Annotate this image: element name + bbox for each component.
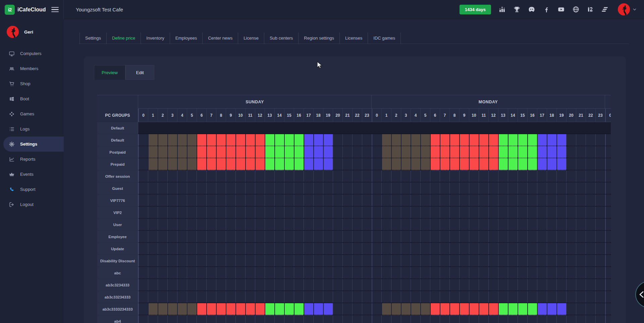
sidebar-item-reports[interactable]: Reports [0,152,64,167]
price-cell [586,207,595,219]
ranking-icon[interactable] [498,6,506,13]
topbar-icons [498,6,609,13]
price-cell [479,231,488,243]
price-cell [342,291,352,303]
price-cell [235,207,245,219]
price-cell [226,267,235,279]
price-cell [138,170,148,182]
tab-idc-games[interactable]: IDC games [368,33,401,44]
price-cell [352,134,362,146]
price-cell [274,134,284,146]
price-cell [372,231,381,243]
price-cell [430,207,440,219]
price-cell [372,243,381,255]
tab-center-news[interactable]: Center news [203,33,238,44]
tab-employees[interactable]: Employees [170,33,203,44]
separator-row-strip [138,122,611,134]
youtube-icon[interactable] [557,6,565,13]
hamburger-menu-icon[interactable] [51,7,59,12]
price-cell [566,255,576,267]
sidebar-item-events[interactable]: Events [0,167,64,182]
price-cell [304,219,313,231]
price-cell [430,219,440,231]
sidebar-item-boot[interactable]: Boot [0,91,64,106]
price-cell [449,291,459,303]
sidebar-item-settings[interactable]: Settings [3,137,64,152]
price-cell [420,267,430,279]
price-cell [430,267,440,279]
price-cell [177,182,187,195]
globe-icon[interactable] [572,6,580,13]
sidebar-item-label: Members [20,66,38,71]
discord-icon[interactable] [528,6,535,13]
price-cell [216,219,226,231]
facebook-icon[interactable] [543,6,550,13]
price-cell [138,219,148,231]
tab-license[interactable]: License [238,33,264,44]
hour-header: 1 [148,109,158,122]
price-cell [138,146,148,158]
sidebar-item-computers[interactable]: Computers [0,46,64,61]
user-menu[interactable] [618,3,637,15]
sidebar-item-games[interactable]: Games [0,106,64,121]
price-cell [294,231,304,243]
sidebar-item-logs[interactable]: Logs [0,121,64,137]
icafecloud-icon[interactable] [587,6,594,13]
tab-inventory[interactable]: Inventory [141,33,170,44]
price-cell [265,170,274,182]
tab-sub-centers[interactable]: Sub centers [264,33,299,44]
price-cell [148,182,158,195]
price-cell [372,303,381,315]
tab-region-settings[interactable]: Region settings [299,33,340,44]
price-cell [304,170,313,182]
hour-header: 19 [556,109,566,122]
trophy-icon[interactable] [513,6,521,13]
license-days-badge[interactable]: 1434 days [460,5,491,14]
price-cell [576,279,586,291]
price-cell [381,255,391,267]
price-cell [284,255,294,267]
price-cell [440,303,449,315]
price-cell [479,170,488,182]
price-cell [576,291,586,303]
price-cell [362,279,372,291]
group-row-label: ab3c3234333 [97,279,138,291]
topbar-avatar[interactable] [618,3,630,15]
price-cell [313,243,323,255]
logs-icon [9,126,15,132]
price-cell [595,219,605,231]
price-cell [284,303,294,315]
price-cell [323,146,333,158]
sidebar-item-logout[interactable]: Logout [0,197,64,212]
sidebar-item-support[interactable]: Support [0,182,64,197]
price-cell [459,158,469,170]
price-cell [547,303,556,315]
price-cell [498,243,508,255]
price-cell [595,146,605,158]
sidebar-item-shop[interactable]: Shop [0,76,64,91]
price-cell [576,267,586,279]
sidebar-item-members[interactable]: Members [0,61,64,76]
tab-define-price[interactable]: Define price [107,33,141,44]
hour-header: 20 [333,109,342,122]
price-cell [498,195,508,207]
price-cell [508,195,518,207]
price-cell [235,219,245,231]
price-cell [342,231,352,243]
price-cell [294,291,304,303]
price-cell [586,279,595,291]
price-cell [342,219,352,231]
price-cell [459,267,469,279]
layers-icon[interactable] [602,6,609,13]
price-cell [381,134,391,146]
price-cell [197,243,206,255]
subtab-edit[interactable]: Edit [125,65,154,80]
price-cell [138,182,148,195]
price-cell [391,243,401,255]
price-cell [420,134,430,146]
price-cell [294,315,304,323]
subtab-preview[interactable]: Preview [94,65,125,80]
tab-settings[interactable]: Settings [79,33,107,44]
tab-licenses[interactable]: Licenses [340,33,368,44]
price-cell [255,134,265,146]
